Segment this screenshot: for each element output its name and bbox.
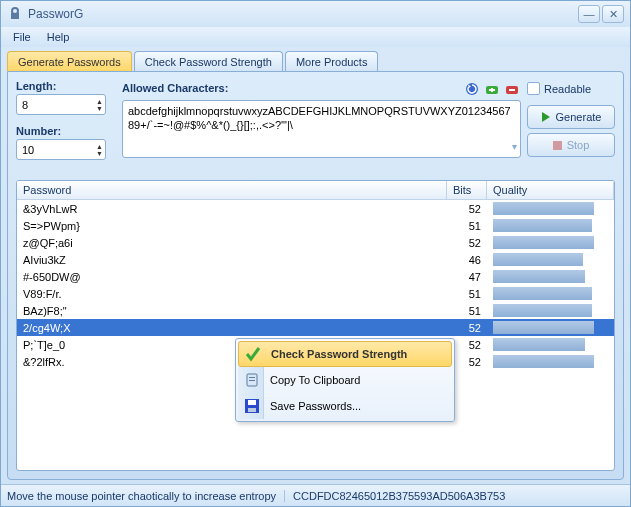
- app-icon: [7, 6, 23, 22]
- password-table: Password Bits Quality &3yVhLwR52S=>PWpm}…: [16, 180, 615, 471]
- generate-button[interactable]: Generate: [527, 105, 615, 129]
- number-stepper[interactable]: 10 ▲▼: [16, 139, 106, 160]
- table-row[interactable]: &3yVhLwR52: [17, 200, 614, 217]
- tab-strip: Generate Passwords Check Password Streng…: [1, 51, 630, 71]
- quality-bar: [493, 304, 592, 317]
- quality-bar: [493, 321, 594, 334]
- add-icon[interactable]: [483, 80, 501, 98]
- cell-bits: 52: [447, 203, 487, 215]
- main-panel: Length: 8 ▲▼ Number: 10 ▲▼ Allowed Chara…: [7, 71, 624, 480]
- cell-quality: [487, 355, 614, 368]
- stop-icon: [553, 141, 562, 150]
- length-value: 8: [22, 99, 96, 111]
- quality-bar: [493, 236, 594, 249]
- table-row[interactable]: #-650DW@47: [17, 268, 614, 285]
- cell-password: V89:F/r.: [17, 288, 447, 300]
- allowed-characters-input[interactable]: abcdefghijklmnopqrstuvwxyzABCDEFGHIJKLMN…: [122, 100, 521, 158]
- close-button[interactable]: ✕: [602, 5, 624, 23]
- table-row[interactable]: BAz)F8;"51: [17, 302, 614, 319]
- context-menu: Check Password Strength Copy To Clipboar…: [235, 338, 455, 422]
- table-row[interactable]: S=>PWpm}51: [17, 217, 614, 234]
- allowed-label: Allowed Characters:: [122, 82, 461, 94]
- svg-rect-7: [509, 89, 515, 91]
- menubar: File Help: [1, 27, 630, 47]
- cell-password: BAz)F8;": [17, 305, 447, 317]
- minimize-button[interactable]: —: [578, 5, 600, 23]
- cell-quality: [487, 321, 614, 334]
- cell-bits: 47: [447, 271, 487, 283]
- cell-quality: [487, 338, 614, 351]
- menu-file[interactable]: File: [5, 29, 39, 45]
- table-header: Password Bits Quality: [17, 181, 614, 200]
- window-title: PassworG: [28, 7, 576, 21]
- remove-icon[interactable]: [503, 80, 521, 98]
- cell-bits: 52: [447, 237, 487, 249]
- cell-quality: [487, 219, 614, 232]
- tab-check-strength[interactable]: Check Password Strength: [134, 51, 283, 71]
- cell-password: z@QF;a6i: [17, 237, 447, 249]
- length-up[interactable]: ▲: [96, 98, 103, 105]
- svg-rect-10: [249, 377, 255, 378]
- context-copy[interactable]: Copy To Clipboard: [238, 367, 452, 393]
- readable-checkbox[interactable]: Readable: [527, 82, 615, 95]
- tab-generate[interactable]: Generate Passwords: [7, 51, 132, 71]
- header-bits[interactable]: Bits: [447, 181, 487, 199]
- settings-row: Length: 8 ▲▼ Number: 10 ▲▼ Allowed Chara…: [16, 80, 615, 170]
- clipboard-icon: [243, 371, 261, 389]
- refresh-icon[interactable]: [463, 80, 481, 98]
- svg-rect-8: [553, 141, 562, 150]
- status-hash: CCDFDC82465012B375593AD506A3B753: [285, 490, 505, 502]
- quality-bar: [493, 338, 585, 351]
- length-stepper[interactable]: 8 ▲▼: [16, 94, 106, 115]
- svg-rect-5: [489, 89, 495, 91]
- cell-bits: 52: [447, 322, 487, 334]
- cell-quality: [487, 304, 614, 317]
- save-icon: [243, 397, 261, 415]
- quality-bar: [493, 270, 585, 283]
- titlebar[interactable]: PassworG — ✕: [1, 1, 630, 27]
- cell-bits: 51: [447, 305, 487, 317]
- play-icon: [541, 112, 551, 122]
- header-quality[interactable]: Quality: [487, 181, 614, 199]
- context-check-strength[interactable]: Check Password Strength: [238, 341, 452, 367]
- check-icon: [244, 345, 262, 363]
- number-value: 10: [22, 144, 96, 156]
- cell-bits: 51: [447, 288, 487, 300]
- menu-help[interactable]: Help: [39, 29, 78, 45]
- cell-quality: [487, 287, 614, 300]
- quality-bar: [493, 355, 594, 368]
- application-window: PassworG — ✕ File Help Generate Password…: [0, 0, 631, 507]
- cell-password: S=>PWpm}: [17, 220, 447, 232]
- cell-password: #-650DW@: [17, 271, 447, 283]
- cell-bits: 51: [447, 220, 487, 232]
- cell-bits: 46: [447, 254, 487, 266]
- textarea-scroll-icon[interactable]: ▾: [512, 140, 517, 154]
- tab-more-products[interactable]: More Products: [285, 51, 379, 71]
- header-password[interactable]: Password: [17, 181, 447, 199]
- number-label: Number:: [16, 125, 116, 137]
- cell-password: 2/cg4W;X: [17, 322, 447, 334]
- context-save[interactable]: Save Passwords...: [238, 393, 452, 419]
- cell-quality: [487, 270, 614, 283]
- length-down[interactable]: ▼: [96, 105, 103, 112]
- quality-bar: [493, 287, 592, 300]
- table-row[interactable]: AIviu3kZ46: [17, 251, 614, 268]
- stop-button[interactable]: Stop: [527, 133, 615, 157]
- cell-quality: [487, 202, 614, 215]
- cell-password: AIviu3kZ: [17, 254, 447, 266]
- number-up[interactable]: ▲: [96, 143, 103, 150]
- cell-quality: [487, 253, 614, 266]
- cell-password: &3yVhLwR: [17, 203, 447, 215]
- cell-quality: [487, 236, 614, 249]
- svg-rect-1: [11, 13, 19, 19]
- quality-bar: [493, 253, 583, 266]
- status-bar: Move the mouse pointer chaotically to in…: [1, 484, 630, 506]
- table-row[interactable]: z@QF;a6i52: [17, 234, 614, 251]
- checkbox-icon: [527, 82, 540, 95]
- table-row[interactable]: V89:F/r.51: [17, 285, 614, 302]
- number-down[interactable]: ▼: [96, 150, 103, 157]
- svg-rect-14: [248, 408, 256, 412]
- length-label: Length:: [16, 80, 116, 92]
- table-row[interactable]: 2/cg4W;X52: [17, 319, 614, 336]
- quality-bar: [493, 202, 594, 215]
